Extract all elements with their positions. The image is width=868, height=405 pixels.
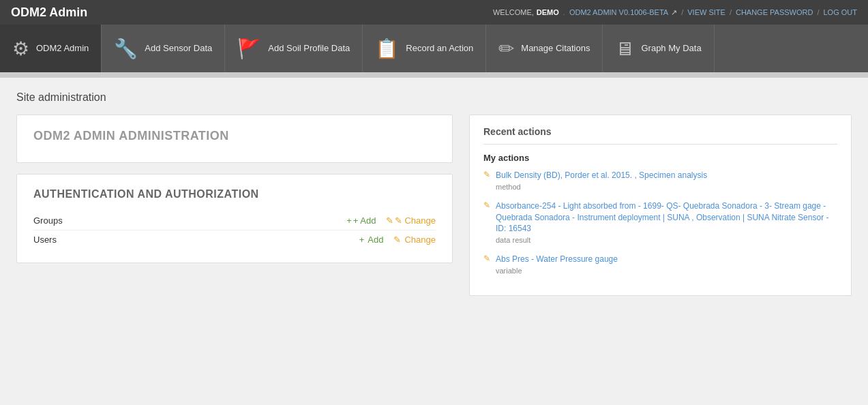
groups-add-link[interactable]: ++ Add bbox=[346, 215, 378, 226]
flag-icon: 🚩 bbox=[237, 38, 261, 60]
username-label: DEMO bbox=[537, 8, 559, 16]
admin-heading: ODM2 ADMIN ADMINISTRATION bbox=[33, 129, 436, 143]
change-password-link[interactable]: CHANGE PASSWORD bbox=[736, 8, 813, 16]
admin-header-box: ODM2 ADMIN ADMINISTRATION bbox=[16, 115, 453, 163]
action-link-1[interactable]: Bulk Density (BD), Porder et al. 2015. ,… bbox=[496, 170, 707, 181]
pencil-icon: ✎ bbox=[386, 215, 393, 226]
edit-icon-1: ✎ bbox=[483, 170, 490, 179]
table-row: Users + Add ✎ Change bbox=[33, 230, 436, 250]
users-change-link[interactable]: ✎ Change bbox=[393, 235, 436, 245]
version-link[interactable]: ODM2 ADMIN V0.1006-BETA bbox=[569, 8, 668, 16]
nav-item-graph-my-data[interactable]: 🖥 Graph My Data bbox=[603, 25, 714, 72]
action-item-2: ✎ Absorbance-254 - Light absorbed from -… bbox=[483, 200, 837, 244]
nav-item-add-soil-profile-data[interactable]: 🚩 Add Soil Profile Data bbox=[225, 25, 363, 72]
nav-label-odm2-admin: ODM2 Admin bbox=[36, 43, 89, 55]
welcome-text: WELCOME, bbox=[493, 8, 534, 16]
action-type-2: data result bbox=[496, 236, 837, 244]
top-bar: ODM2 Admin WELCOME, DEMO . ODM2 ADMIN V0… bbox=[0, 0, 868, 25]
nav-bar: ⚙ ODM2 Admin 🔧 Add Sensor Data 🚩 Add Soi… bbox=[0, 25, 868, 72]
nav-item-odm2-admin[interactable]: ⚙ ODM2 Admin bbox=[0, 25, 102, 72]
view-site-link[interactable]: VIEW SITE bbox=[687, 8, 725, 16]
groups-label: Groups bbox=[33, 211, 235, 230]
auth-box: AUTHENTICATION AND AUTHORIZATION Groups … bbox=[16, 174, 453, 263]
edit-icon-3: ✎ bbox=[483, 254, 490, 263]
pencil-icon-2: ✎ bbox=[393, 235, 401, 245]
groups-actions: ++ Add ✎✎ Change bbox=[235, 211, 436, 230]
recent-actions-title: Recent actions bbox=[483, 126, 837, 145]
nav-item-manage-citations[interactable]: ✏ Manage Citations bbox=[486, 25, 603, 72]
action-link-3[interactable]: Abs Pres - Water Pressure gauge bbox=[496, 254, 618, 265]
app-title: ODM2 Admin bbox=[11, 5, 87, 20]
nav-label-add-sensor-data: Add Sensor Data bbox=[145, 43, 212, 55]
nav-label-manage-citations: Manage Citations bbox=[521, 43, 590, 55]
content-area: ODM2 ADMIN ADMINISTRATION AUTHENTICATION… bbox=[16, 115, 852, 296]
edit-icon-2: ✎ bbox=[483, 200, 490, 210]
users-actions: + Add ✎ Change bbox=[235, 230, 436, 250]
page-title: Site administration bbox=[16, 91, 852, 104]
gear-icon: ⚙ bbox=[12, 38, 29, 60]
clipboard-icon: 📋 bbox=[375, 38, 399, 60]
wrench-icon: 🔧 bbox=[114, 38, 138, 60]
auth-table: Groups ++ Add ✎✎ Change bbox=[33, 211, 436, 249]
plus-icon: + bbox=[346, 215, 352, 226]
nav-label-graph-my-data: Graph My Data bbox=[641, 43, 701, 55]
action-item-3: ✎ Abs Pres - Water Pressure gauge variab… bbox=[483, 254, 837, 275]
action-link-2[interactable]: Absorbance-254 - Light absorbed from - 1… bbox=[496, 200, 837, 235]
users-label: Users bbox=[33, 230, 235, 250]
nav-item-record-an-action[interactable]: 📋 Record an Action bbox=[363, 25, 486, 72]
header-separator bbox=[0, 72, 868, 78]
monitor-icon: 🖥 bbox=[615, 38, 634, 60]
left-panel: ODM2 ADMIN ADMINISTRATION AUTHENTICATION… bbox=[16, 115, 453, 263]
action-type-3: variable bbox=[496, 267, 618, 275]
plus-icon-2: + bbox=[359, 235, 365, 245]
main-content: Site administration ODM2 ADMIN ADMINISTR… bbox=[0, 78, 868, 405]
action-type-1: method bbox=[496, 183, 707, 191]
groups-change-link[interactable]: ✎✎ Change bbox=[386, 215, 436, 226]
pencil-nav-icon: ✏ bbox=[498, 38, 514, 60]
my-actions-title: My actions bbox=[483, 153, 837, 163]
nav-label-record-an-action: Record an Action bbox=[406, 43, 473, 55]
auth-heading: AUTHENTICATION AND AUTHORIZATION bbox=[33, 188, 436, 200]
table-row: Groups ++ Add ✎✎ Change bbox=[33, 211, 436, 230]
nav-item-add-sensor-data[interactable]: 🔧 Add Sensor Data bbox=[102, 25, 225, 72]
top-bar-right: WELCOME, DEMO . ODM2 ADMIN V0.1006-BETA … bbox=[493, 8, 857, 17]
right-panel: Recent actions My actions ✎ Bulk Density… bbox=[469, 115, 852, 296]
log-out-link[interactable]: LOG OUT bbox=[823, 8, 857, 16]
action-item-1: ✎ Bulk Density (BD), Porder et al. 2015.… bbox=[483, 170, 837, 191]
nav-label-add-soil-profile-data: Add Soil Profile Data bbox=[268, 43, 350, 55]
users-add-link[interactable]: + Add bbox=[359, 235, 386, 245]
